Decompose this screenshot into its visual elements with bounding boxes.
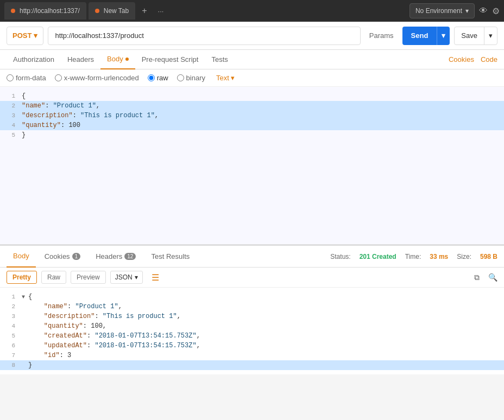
format-chevron-icon: ▾ (135, 273, 138, 281)
body-dot-indicator (125, 58, 129, 61)
eye-icon[interactable]: 👁 (479, 6, 488, 16)
tab-new-label: New Tab (104, 7, 129, 15)
format-dropdown[interactable]: JSON ▾ (110, 271, 143, 284)
size-label: Size: (457, 253, 471, 260)
response-status-info: Status: 201 Created Time: 33 ms Size: 59… (330, 253, 497, 260)
resp-tab-cookies[interactable]: Cookies 1 (38, 246, 87, 268)
params-button[interactable]: Params (365, 31, 398, 40)
request-bar: POST ▾ Params Send ▾ Save ▾ (0, 22, 504, 50)
text-format-label: Text (216, 74, 229, 82)
request-body-editor[interactable]: 1 { 2 "name": "Product 1", 3 "descriptio… (0, 87, 504, 244)
top-bar: http://localhost:1337/ New Tab + ··· No … (0, 0, 504, 22)
filter-icon[interactable]: ☰ (152, 272, 159, 283)
send-button[interactable]: Send ▾ (402, 27, 450, 45)
resp-line-8: 8 } (0, 360, 504, 370)
format-label: JSON (115, 273, 133, 281)
tab-localhost[interactable]: http://localhost:1337/ (4, 2, 86, 20)
save-label: Save (455, 31, 484, 40)
send-label: Send (402, 31, 437, 40)
resp-line-2: 2 "name": "Product 1", (0, 302, 504, 311)
resp-line-5: 5 "createdAt": "2018-01-07T13:54:15.753Z… (0, 331, 504, 341)
method-select[interactable]: POST ▾ (7, 27, 43, 45)
req-line-3: 3 "description": "This is product 1", (0, 111, 504, 120)
new-tab-button[interactable]: + (137, 6, 151, 16)
request-tabs: Authorization Headers Body Pre-request S… (0, 50, 504, 69)
pretty-view-button[interactable]: Pretty (7, 271, 37, 284)
resp-tab-test-results[interactable]: Test Results (144, 246, 196, 268)
binary-option[interactable]: binary (177, 74, 205, 82)
url-input[interactable] (48, 27, 360, 45)
response-time: 33 ms (430, 253, 448, 260)
resp-line-7: 7 "id": 3 (0, 351, 504, 360)
resp-line-6: 6 "updatedAt": "2018-01-07T13:54:15.753Z… (0, 341, 504, 351)
chevron-down-icon: ▾ (465, 7, 469, 15)
save-chevron-icon[interactable]: ▾ (484, 27, 497, 45)
tab-new[interactable]: New Tab (89, 2, 135, 20)
tab-label: http://localhost:1337/ (20, 7, 80, 15)
env-selector: No Environment ▾ 👁 ⚙ (410, 3, 500, 18)
tab-more-button[interactable]: ··· (154, 7, 168, 15)
method-chevron-icon: ▾ (34, 31, 37, 40)
tab-tests[interactable]: Tests (205, 50, 234, 69)
tab-dot-new (95, 9, 99, 13)
resp-line-3: 3 "description": "This is product 1", (0, 311, 504, 321)
urlencoded-option[interactable]: x-www-form-urlencoded (55, 74, 139, 82)
response-section: Body Cookies 1 Headers 12 Test Results S… (0, 244, 504, 374)
req-line-1: 1 { (0, 91, 504, 101)
env-label: No Environment (415, 7, 462, 15)
tab-body[interactable]: Body (100, 50, 135, 69)
cookies-code-links: Cookies Code (449, 55, 497, 63)
method-label: POST (12, 31, 32, 40)
gear-icon[interactable]: ⚙ (492, 6, 500, 16)
resp-line-1: 1 ▼ { (0, 292, 504, 302)
req-line-2: 2 "name": "Product 1", (0, 101, 504, 111)
resp-tab-headers[interactable]: Headers 12 (89, 246, 142, 268)
status-code: 201 Created (360, 253, 396, 260)
cookies-link[interactable]: Cookies (449, 55, 474, 63)
req-line-4: 4 "quantity": 100 (0, 120, 504, 130)
copy-icon[interactable]: ⧉ (474, 273, 480, 282)
resp-line-4: 4 "quantity": 100, (0, 321, 504, 331)
raw-view-button[interactable]: Raw (41, 271, 66, 284)
preview-view-button[interactable]: Preview (71, 271, 106, 284)
code-link[interactable]: Code (481, 55, 497, 63)
send-chevron-icon[interactable]: ▾ (437, 27, 450, 45)
time-label: Time: (405, 253, 421, 260)
raw-option[interactable]: raw (148, 74, 168, 82)
tab-dot (11, 9, 15, 13)
text-format-dropdown[interactable]: Text ▾ (216, 74, 235, 82)
req-line-5: 5 } (0, 130, 504, 140)
save-button[interactable]: Save ▾ (454, 27, 497, 45)
search-icon[interactable]: 🔍 (488, 273, 497, 282)
tab-authorization[interactable]: Authorization (7, 50, 61, 69)
body-options: form-data x-www-form-urlencoded raw bina… (0, 69, 504, 87)
response-body: 1 ▼ { 2 "name": "Product 1", 3 "descript… (0, 288, 504, 374)
resp-tab-body[interactable]: Body (7, 246, 36, 268)
status-label: Status: (330, 253, 350, 260)
environment-dropdown[interactable]: No Environment ▾ (410, 3, 475, 18)
response-tabs-bar: Body Cookies 1 Headers 12 Test Results S… (0, 246, 504, 268)
tab-pre-request[interactable]: Pre-request Script (135, 50, 205, 69)
text-chevron-icon: ▾ (231, 74, 235, 82)
response-size: 598 B (480, 253, 497, 260)
tab-headers[interactable]: Headers (61, 50, 100, 69)
response-tabs: Body Cookies 1 Headers 12 Test Results (7, 246, 196, 268)
form-data-option[interactable]: form-data (7, 74, 46, 82)
response-toolbar: Pretty Raw Preview JSON ▾ ☰ ⧉ 🔍 (0, 268, 504, 288)
